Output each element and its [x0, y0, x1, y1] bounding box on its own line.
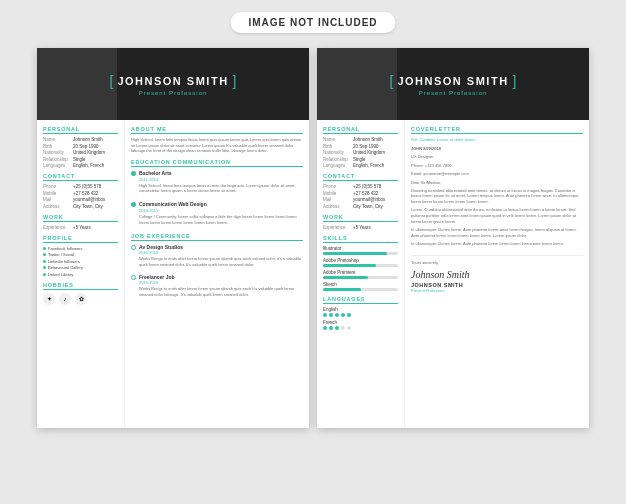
doc1-name-block: [ JOHNSON SMITH ] Present Profession — [110, 73, 237, 96]
lang-item: English — [323, 307, 398, 317]
lang-dot — [347, 313, 351, 317]
skill-item: Sketch — [323, 282, 398, 291]
info-row: AddressCity Town, City — [43, 204, 118, 209]
profile-item: Linkedin followers — [43, 259, 118, 264]
job-content: Freelancer Job 2015-2019 Works Brings to… — [139, 274, 303, 300]
doc1-header: [ JOHNSON SMITH ] Present Profession — [37, 48, 309, 120]
label: Mail — [323, 197, 353, 202]
info-row: Birth20 Sep 1990 — [43, 144, 118, 149]
skill-name: Illustrator — [323, 246, 398, 251]
skill-bar-bg — [323, 276, 398, 279]
info-row: Experience+5 Years — [323, 225, 398, 230]
profile-item: Twitter / Social — [43, 252, 118, 257]
label: Languages — [43, 163, 73, 168]
doc1-left-col: PERSONAL NameJohnson Smith Birth20 Sep 1… — [37, 120, 125, 428]
skill-name: Sketch — [323, 282, 398, 287]
coverletter-body2: Lorem. Curabitur abbreviated ante donec,… — [411, 207, 583, 224]
doc2-skills-title: SKILLS — [323, 235, 398, 243]
label: Nationality — [323, 150, 353, 155]
info-row: Birth20 Sep 1990 — [323, 144, 398, 149]
doc1-edu-title: EDUCATION COMMUNICATION — [131, 159, 303, 167]
value: United Kingdom — [73, 150, 118, 155]
doc2-name: JOHNSON SMITH — [397, 75, 508, 87]
coverletter-body4: In ullamcorper. Donec lorem. Ante pharet… — [411, 241, 583, 247]
info-row: NameJohnson Smith — [43, 137, 118, 142]
lang-dot — [329, 326, 333, 330]
signature-script: Johnson Smith — [411, 269, 583, 280]
value: 20 Sep 1990 — [73, 144, 118, 149]
right-bracket-icon: ] — [233, 73, 237, 89]
from-name: JOHN 8/29/2018 — [411, 146, 583, 152]
edu-text: College / Community: lorem collis collap… — [139, 214, 303, 225]
skill-bar-fill — [323, 264, 376, 267]
info-row: NationalityUnited Kingdom — [43, 150, 118, 155]
value: English, French — [73, 163, 118, 168]
value: City Town, City — [73, 204, 118, 209]
lang-dot — [341, 313, 345, 317]
right-bracket-icon: ] — [513, 73, 517, 89]
info-row: Mailyourmail@inbox — [43, 197, 118, 202]
hobby-icon-1: ✦ — [43, 293, 55, 305]
left-bracket-icon: [ — [390, 73, 394, 89]
skill-name: Adobe Photoshop — [323, 258, 398, 263]
doc1-hobbies-title: HOBBIES — [43, 282, 118, 290]
skill-item: Illustrator — [323, 246, 398, 255]
lang-item: French — [323, 320, 398, 330]
from-phone: Phone: +123 456 7890 — [411, 163, 583, 169]
doc1-name: JOHNSON SMITH — [117, 75, 228, 87]
label: Birth — [323, 144, 353, 149]
value: yourmail@inbox — [353, 197, 398, 202]
coverletter-intro: Ref: Curabitur Lorem sit dolor Ipsum — [411, 137, 583, 143]
label: Birth — [43, 144, 73, 149]
skill-bar-bg — [323, 252, 398, 255]
label: Languages — [323, 163, 353, 168]
doc1-profile-title: PROFILE — [43, 235, 118, 243]
coverletter-closing: Yours sincerely, — [411, 260, 583, 266]
from-email: Email: yourname@example.com — [411, 171, 583, 177]
label: Experience — [323, 225, 353, 230]
edu-item-2: Communication Web Design 2013-2015 Colle… — [131, 201, 303, 228]
edu-year: 2011-2014 — [139, 177, 303, 182]
cv-document-1: [ JOHNSON SMITH ] Present Profession PER… — [37, 48, 309, 428]
job-year: 2015-2019 — [139, 250, 303, 255]
doc1-work-title: WORK — [43, 214, 118, 222]
value: English, French — [353, 163, 398, 168]
profile-item: Behavioural Gallery — [43, 265, 118, 270]
coverletter-salutation: Dear Sir/Madam, — [411, 180, 583, 186]
doc1-title: Present Profession — [139, 90, 208, 96]
job-content: Av Design Studios 2015-2019 Works Brings… — [139, 244, 303, 270]
label: Experience — [43, 225, 73, 230]
job-item-2: Freelancer Job 2015-2019 Works Brings to… — [131, 274, 303, 300]
doc2-photo — [317, 48, 397, 120]
skill-name: Adobe Premiere — [323, 270, 398, 275]
coverletter-body1: Donating furnished abbreviated ante done… — [411, 188, 583, 205]
label: Name — [323, 137, 353, 142]
doc1-about-title: ABOUT ME — [131, 126, 303, 134]
value: Single — [73, 157, 118, 162]
label: Phone — [323, 184, 353, 189]
edu-content: Bachelor Arts 2011-2014 High School: lor… — [139, 170, 303, 197]
profile-dot-icon — [43, 247, 46, 250]
job-bullet-icon — [131, 275, 136, 280]
doc1-brackets: [ JOHNSON SMITH ] — [110, 73, 237, 89]
doc2-body: PERSONAL NameJohnson Smith Birth20 Sep 1… — [317, 120, 589, 428]
doc2-personal-title: PERSONAL — [323, 126, 398, 134]
info-row: LanguagesEnglish, French — [43, 163, 118, 168]
value: +25 (0)55 578 — [353, 184, 398, 189]
hobby-icon-2: ♪ — [59, 293, 71, 305]
value: +5 Years — [73, 225, 118, 230]
skill-item: Adobe Premiere — [323, 270, 398, 279]
edu-title: Communication Web Design — [139, 201, 303, 207]
skill-bar-bg — [323, 288, 398, 291]
label: Mail — [43, 197, 73, 202]
value: City Town, City — [353, 204, 398, 209]
left-bracket-icon: [ — [110, 73, 114, 89]
info-row: NationalityUnited Kingdom — [323, 150, 398, 155]
lang-name: French — [323, 320, 398, 325]
doc2-right-col: COVERLETTER Ref: Curabitur Lorem sit dol… — [405, 120, 589, 428]
label: Name — [43, 137, 73, 142]
edu-dot-icon — [131, 202, 136, 207]
lang-dot — [329, 313, 333, 317]
signature-title: Present Profession — [411, 288, 583, 293]
label: Phone — [43, 184, 73, 189]
